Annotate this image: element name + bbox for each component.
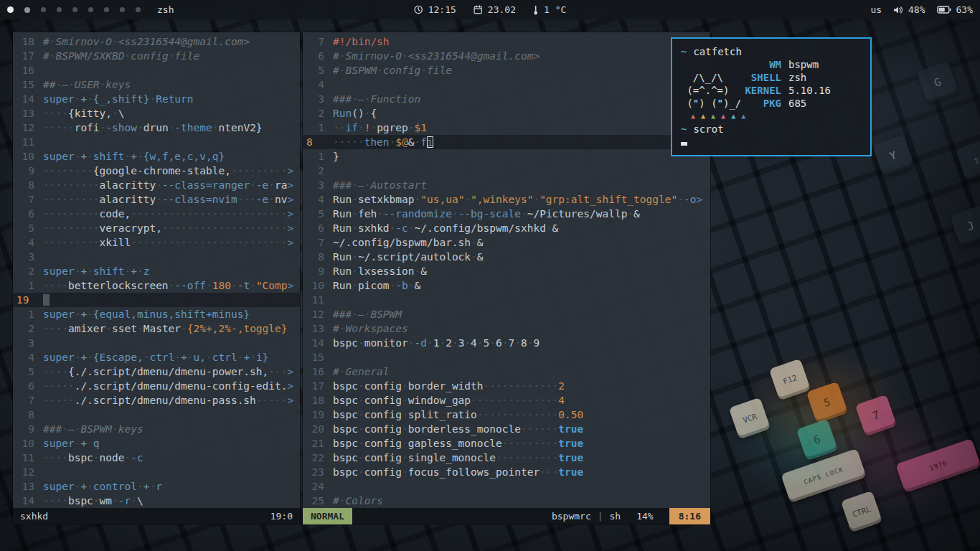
line-text: ····bspc·wm·-r·\ bbox=[43, 494, 143, 508]
editor-line[interactable]: 22bspc·config·single_monocle··········tr… bbox=[303, 451, 710, 465]
editor-line[interactable]: 3###·—·Function bbox=[303, 92, 710, 106]
editor-line[interactable]: 12 bbox=[13, 465, 300, 479]
editor-line[interactable]: 10Run·picom·-b·& bbox=[303, 278, 710, 293]
editor-line[interactable]: 5Run·feh·--randomize·--bg-scale·~/Pictur… bbox=[303, 207, 710, 221]
editor-line[interactable]: 14····bspc·wm·-r·\ bbox=[13, 494, 300, 508]
editor-line[interactable]: 13····{kitty,·\ bbox=[13, 106, 300, 121]
line-number: 13 bbox=[303, 321, 324, 336]
editor-line[interactable]: 1····betterlockscreen·--off·180·-t·"Comp… bbox=[13, 278, 300, 293]
editor-line[interactable]: 15##·—·USER·keys bbox=[13, 77, 300, 92]
editor-line[interactable]: 24 bbox=[303, 479, 710, 494]
clock-module[interactable]: 12:15 bbox=[414, 4, 456, 15]
editor-line[interactable]: 1} bbox=[303, 149, 710, 164]
editor-line[interactable]: 15 bbox=[303, 350, 710, 364]
editor-line[interactable]: 3###·—·Autostart bbox=[303, 178, 710, 192]
editor-line[interactable]: 4·········xkill·························… bbox=[13, 235, 300, 250]
statusline-right: NORMAL bspwmrc | sh 14% 8:16 bbox=[303, 508, 710, 524]
line-number: 1 bbox=[303, 149, 324, 164]
editor-line[interactable]: 5····{./.script/dmenu/dmenu-power.sh,···… bbox=[13, 364, 300, 379]
editor-line[interactable]: 7~/.config/bspwm/bar.sh·& bbox=[303, 235, 710, 250]
temperature-module[interactable]: 1 °C bbox=[533, 4, 566, 15]
editor-line[interactable]: 3 bbox=[13, 336, 300, 350]
workspace-dot-7[interactable] bbox=[104, 7, 109, 12]
workspace-dot-1[interactable] bbox=[7, 6, 14, 13]
floating-terminal-catfetch[interactable]: ~catfetch WMbspwm /\_/\SHELLzsh (=^.^=)K… bbox=[671, 37, 872, 156]
editor-line[interactable]: 4super·+·{Escape,·ctrl·+·u,·ctrl·+·i} bbox=[13, 350, 300, 364]
editor-line[interactable]: 1super·+·{equal,minus,shift+minus} bbox=[13, 307, 300, 321]
editor-line[interactable]: 17#·BSPWM/SXKBD·config·file bbox=[13, 49, 300, 63]
editor-line[interactable]: 7·····./.script/dmenu/dmenu-pass.sh·····… bbox=[13, 393, 300, 408]
editor-line[interactable]: 16#·General bbox=[303, 364, 710, 379]
line-number: 4 bbox=[303, 192, 324, 207]
workspace-dot-8[interactable] bbox=[120, 7, 125, 12]
bar-left-section: zsh bbox=[0, 4, 174, 15]
editor-line[interactable]: 9········{google-chrome-stable,·········… bbox=[13, 164, 300, 178]
editor-line[interactable]: 6Run·sxhkd·-c·~/.config/bspwm/sxhkd·& bbox=[303, 221, 710, 235]
editor-line[interactable]: 5·········veracrypt,····················… bbox=[13, 221, 300, 235]
editor-line[interactable]: 1··if·!·pgrep·$1 bbox=[303, 121, 710, 135]
editor-line[interactable]: 11 bbox=[303, 293, 710, 307]
keyboard-layout-indicator[interactable]: us bbox=[870, 4, 882, 15]
editor-line[interactable]: 18#·Smirnov-O·<ss2316544@gmail.com> bbox=[13, 34, 300, 49]
editor-line[interactable]: 3 bbox=[13, 250, 300, 264]
editor-line[interactable]: 2 bbox=[303, 164, 710, 178]
editor-line[interactable]: 12·····rofi·-show·drun·-theme·ntenV2} bbox=[13, 121, 300, 135]
editor-line[interactable]: 13#·Workspaces bbox=[303, 321, 710, 336]
editor-line[interactable]: 13super·+·control·+·r bbox=[13, 479, 300, 494]
editor-line[interactable]: 21bspc·config·gapless_monocle·········tr… bbox=[303, 436, 710, 451]
editor-line[interactable]: 2super·+·shift·+·z bbox=[13, 264, 300, 278]
editor-line[interactable]: 5#·BSPWM·config·file bbox=[303, 63, 710, 77]
workspace-dot-5[interactable] bbox=[72, 7, 77, 12]
line-text: ##·—·USER·keys bbox=[43, 77, 131, 92]
line-number: 11 bbox=[303, 293, 324, 307]
editor-line[interactable]: 8·········alacritty·--class=ranger·-e·ra… bbox=[13, 178, 300, 192]
editor-line[interactable]: 4 bbox=[303, 77, 710, 92]
editor-line[interactable]: 10super·+·q bbox=[13, 436, 300, 451]
editor-line[interactable]: 25#·Colors bbox=[303, 494, 710, 508]
editor-line[interactable]: 8·····then·$@&·fi bbox=[303, 135, 710, 149]
terminal-window-bspwmrc[interactable]: 7#!/bin/sh6#·Smirnov-O·<ss2316544@gmail.… bbox=[303, 32, 710, 524]
workspace-indicators bbox=[7, 6, 141, 13]
editor-line[interactable]: 6·········code,·························… bbox=[13, 207, 300, 221]
editor-line[interactable]: 9###·—·BSPWM·keys bbox=[13, 422, 300, 436]
date-module[interactable]: 23.02 bbox=[473, 4, 516, 15]
editor-line[interactable]: 8Run·~/.script/autolock·& bbox=[303, 250, 710, 264]
editor-buffer-sxhkd[interactable]: 18#·Smirnov-O·<ss2316544@gmail.com>17#·B… bbox=[13, 32, 300, 508]
editor-line[interactable]: 2····amixer·sset·Master·{2%+,2%-,toggle} bbox=[13, 321, 300, 336]
editor-line[interactable]: 14super·+·{_,shift}·Return bbox=[13, 92, 300, 106]
volume-module[interactable]: 48% bbox=[893, 4, 925, 15]
editor-line[interactable]: 23bspc·config·focus_follows_pointer···tr… bbox=[303, 465, 710, 479]
editor-line[interactable]: 6·····./.script/dmenu/dmenu-config-edit.… bbox=[13, 379, 300, 393]
line-text: ·········xkill·························> bbox=[43, 235, 293, 250]
editor-line[interactable]: 17bspc·config·border_width············2 bbox=[303, 379, 710, 393]
palette-swatch: ▲ bbox=[731, 113, 735, 120]
workspace-dot-9[interactable] bbox=[136, 7, 141, 12]
editor-line[interactable]: 9Run·lxsession·& bbox=[303, 264, 710, 278]
editor-line[interactable]: 4Run·setxkbmap·"us,ua"·",winkeys"·"grp:a… bbox=[303, 192, 710, 207]
editor-line[interactable]: 14bspc·monitor·-d·1·2·3·4·5·6·7·8·9 bbox=[303, 336, 710, 350]
battery-module[interactable]: 63% bbox=[937, 4, 973, 15]
editor-buffer-bspwmrc[interactable]: 7#!/bin/sh6#·Smirnov-O·<ss2316544@gmail.… bbox=[303, 32, 710, 508]
editor-line[interactable]: 19bspc·config·split_ratio·············0.… bbox=[303, 408, 710, 422]
editor-line[interactable]: 10super·+·shift·+·{w,f,e,c,v,q} bbox=[13, 149, 300, 164]
editor-line[interactable]: 20bspc·config·borderless_monocle······tr… bbox=[303, 422, 710, 436]
editor-line[interactable]: 11 bbox=[13, 135, 300, 149]
editor-line[interactable]: 2Run()·{ bbox=[303, 106, 710, 121]
workspace-dot-4[interactable] bbox=[57, 7, 62, 12]
editor-line[interactable]: 8 bbox=[13, 408, 300, 422]
workspace-dot-2[interactable] bbox=[24, 7, 30, 13]
editor-line[interactable]: 12###·—·BSPWM bbox=[303, 307, 710, 321]
workspace-dot-6[interactable] bbox=[88, 7, 93, 12]
line-number: 11 bbox=[13, 135, 34, 149]
terminal-window-sxhkd[interactable]: 18#·Smirnov-O·<ss2316544@gmail.com>17#·B… bbox=[13, 32, 300, 524]
editor-line[interactable]: 6#·Smirnov-O·<ss2316544@gmail.com> bbox=[303, 49, 710, 63]
line-number: 16 bbox=[303, 364, 324, 379]
editor-line[interactable]: 11····bspc·node·-c bbox=[13, 451, 300, 465]
editor-line[interactable]: 7·········alacritty·--class=nvim···-e·nv… bbox=[13, 192, 300, 207]
editor-line[interactable]: 7#!/bin/sh bbox=[303, 34, 710, 49]
line-number: 18 bbox=[13, 34, 34, 49]
editor-line[interactable]: 16 bbox=[13, 63, 300, 77]
workspace-dot-3[interactable] bbox=[41, 7, 46, 12]
editor-line[interactable]: 18bspc·config·window_gap··············4 bbox=[303, 393, 710, 408]
editor-line[interactable]: 19 bbox=[13, 293, 300, 307]
